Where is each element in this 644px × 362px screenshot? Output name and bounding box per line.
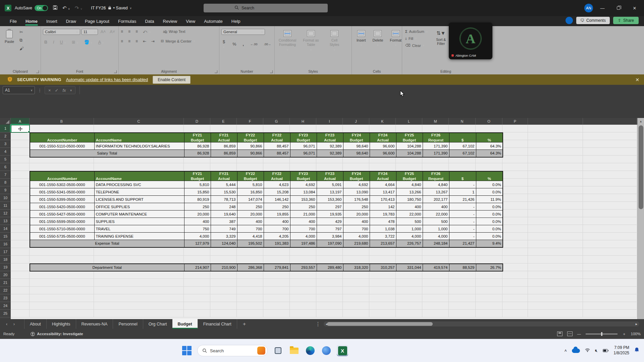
grid-cell[interactable]	[184, 310, 210, 317]
cancel-entry-icon[interactable]: ×	[48, 88, 51, 93]
total-value[interactable]: 96,600	[370, 150, 396, 157]
clock[interactable]: 7:09 PM 1/8/2025	[613, 345, 629, 356]
value-cell[interactable]: 21,000	[290, 210, 317, 218]
value-cell[interactable]: 4,000	[423, 233, 449, 240]
grid-cell[interactable]	[583, 225, 637, 233]
grid-cell[interactable]	[502, 271, 528, 279]
grid-cell[interactable]	[422, 125, 449, 132]
value-cell[interactable]: 700	[264, 225, 290, 233]
total-value[interactable]: 96,071	[290, 150, 317, 157]
total-value[interactable]: 127,979	[184, 240, 211, 247]
grid-cell[interactable]	[502, 294, 528, 302]
grid-cell[interactable]	[237, 271, 263, 279]
year-column-header[interactable]: FY23Budget	[290, 171, 317, 181]
grid-cell[interactable]	[94, 256, 184, 263]
grid-cell[interactable]	[528, 171, 583, 179]
fill-color-icon[interactable]: 🪣 ∨	[83, 39, 94, 45]
grid-cell[interactable]	[263, 287, 290, 294]
clipboard-dialog-launcher[interactable]	[36, 70, 39, 73]
grid-cell[interactable]	[449, 163, 476, 171]
ribbon-tab-review[interactable]: Review	[159, 17, 182, 26]
value-cell[interactable]: 700	[237, 225, 264, 233]
ribbon-tab-page-layout[interactable]: Page Layout	[80, 17, 114, 26]
grid-cell[interactable]	[422, 294, 449, 302]
account-number-cell[interactable]: 001-1550-5110-0500-0000	[30, 142, 94, 150]
orientation-icon[interactable]: ⤺ ∨	[143, 29, 151, 34]
grid-cell[interactable]	[583, 186, 637, 194]
value-cell[interactable]: 700	[290, 225, 317, 233]
grid-cell[interactable]	[422, 271, 449, 279]
grid-cell[interactable]	[396, 125, 422, 132]
total-value[interactable]: 90,866	[237, 150, 264, 157]
grid-cell[interactable]	[11, 217, 30, 225]
grid-cell[interactable]	[184, 125, 210, 132]
increase-decimal-icon[interactable]: ←.00	[249, 42, 259, 47]
currency-icon[interactable]: $ ∨	[221, 39, 227, 50]
grid-cell[interactable]	[290, 294, 316, 302]
grid-cell[interactable]	[11, 209, 30, 217]
borders-icon[interactable]: ⊞ ∨	[70, 39, 80, 45]
column-header[interactable]: A	[11, 118, 30, 125]
year-column-header[interactable]: FY21Actual	[211, 133, 237, 142]
close-button[interactable]: ✕	[628, 2, 641, 14]
align-middle-icon[interactable]: ≡	[128, 29, 131, 34]
grid-cell[interactable]	[502, 248, 528, 256]
value-cell[interactable]: -	[449, 233, 476, 240]
grid-cell[interactable]	[528, 163, 583, 171]
total-value[interactable]: 86,928	[184, 150, 211, 157]
grid-cell[interactable]	[316, 125, 343, 132]
column-header[interactable]	[528, 118, 583, 125]
grid-cell[interactable]	[343, 287, 369, 294]
grid-cell[interactable]	[528, 233, 583, 240]
column-header[interactable]: D	[184, 118, 210, 125]
account-number-cell[interactable]: 001-1550-5599-0500-0000	[30, 218, 94, 225]
total-value[interactable]: 92,389	[317, 150, 343, 157]
value-cell[interactable]: 750	[184, 225, 211, 233]
save-icon[interactable]	[53, 5, 58, 11]
grid-cell[interactable]	[11, 248, 30, 256]
department-total-value[interactable]: 210,900	[211, 264, 237, 271]
grid-cell[interactable]	[502, 287, 528, 294]
column-header[interactable]: C	[94, 118, 184, 125]
number-format-select[interactable]: General∨	[221, 29, 265, 35]
grid-cell[interactable]	[583, 294, 637, 302]
grid-cell[interactable]	[316, 271, 343, 279]
grid-cell[interactable]	[449, 256, 476, 263]
column-header[interactable]: K	[369, 118, 396, 125]
grid-cell[interactable]	[11, 194, 30, 202]
year-column-header[interactable]: $	[449, 171, 476, 181]
grid-cell[interactable]	[237, 163, 263, 171]
grid-cell[interactable]	[476, 256, 502, 263]
ribbon-tab-formulas[interactable]: Formulas	[114, 17, 141, 26]
grid-cell[interactable]	[290, 248, 316, 256]
value-cell[interactable]: 86,859	[211, 142, 237, 150]
zoom-in-icon[interactable]: ＋	[622, 331, 626, 337]
grid-cell[interactable]	[396, 302, 422, 310]
grid-cell[interactable]	[449, 302, 476, 310]
grid-cell[interactable]	[210, 279, 237, 287]
value-cell[interactable]: 297	[317, 203, 343, 210]
total-label[interactable]: Expense Total	[30, 240, 184, 247]
grid-cell[interactable]	[583, 156, 637, 163]
account-name-cell[interactable]: INFORMATION TECHNOLOGY.SALARIES	[94, 142, 184, 150]
value-cell[interactable]: 0.0%	[476, 203, 503, 210]
grid-cell[interactable]	[528, 256, 583, 263]
account-number-cell[interactable]: 001-1550-5302-0500-0000	[30, 181, 94, 188]
sheet-nav-prev-icon[interactable]: ‹	[6, 322, 7, 326]
value-cell[interactable]: 19,783	[370, 210, 396, 218]
align-left-icon[interactable]: ≡	[121, 39, 123, 44]
grid-cell[interactable]	[290, 125, 316, 132]
account-number-cell[interactable]: 001-1550-5341-0500-0000	[30, 188, 94, 196]
value-cell[interactable]: 88,457	[264, 142, 290, 150]
grid-cell[interactable]	[11, 279, 30, 287]
account-name-cell[interactable]: TELEPHONE	[94, 188, 184, 196]
column-header[interactable]: H	[290, 118, 316, 125]
year-column-header[interactable]: FY24Budget	[343, 133, 370, 142]
grid-cell[interactable]	[502, 163, 528, 171]
account-number-header[interactable]: AccountNumber	[30, 171, 94, 181]
value-cell[interactable]: 478	[370, 218, 396, 225]
total-value[interactable]: 21,427	[449, 240, 476, 247]
column-header[interactable]: J	[343, 118, 369, 125]
security-warning-link[interactable]: Automatic update of links has been disab…	[66, 77, 148, 82]
value-cell[interactable]: 250	[237, 203, 264, 210]
